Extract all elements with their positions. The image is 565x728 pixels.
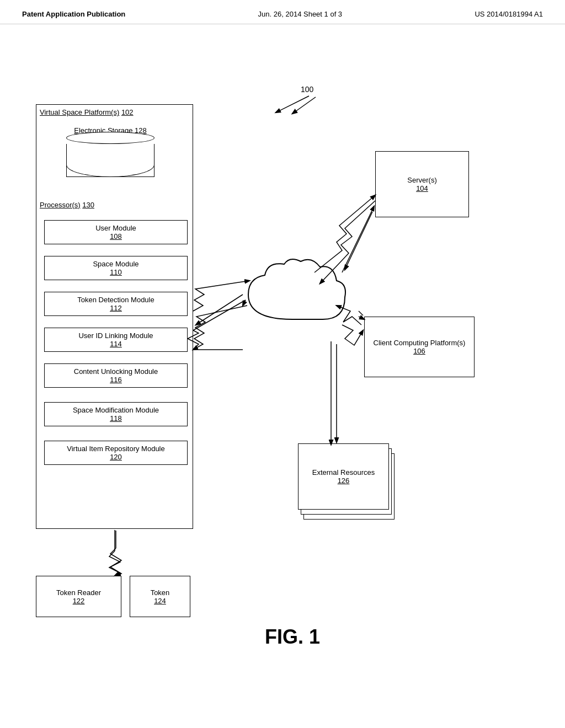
header-left: Patent Application Publication (22, 10, 125, 18)
header-center: Jun. 26, 2014 Sheet 1 of 3 (258, 10, 343, 18)
drum-top (66, 132, 154, 144)
storage-drum (66, 132, 154, 177)
svg-line-4 (345, 212, 372, 270)
svg-line-14 (292, 97, 316, 114)
module-user: User Module 108 (44, 220, 188, 244)
module-virtual-item-repository: Virtual Item Repository Module 120 (44, 441, 188, 465)
token-box: Token 124 (130, 576, 190, 617)
svg-line-6 (359, 317, 364, 319)
vsp-label: Virtual Space Platform(s) 102 (40, 108, 134, 116)
header-right: US 2014/0181994 A1 (475, 10, 543, 18)
ref-100-label: 100 (301, 85, 313, 94)
figure-label: FIG. 1 (265, 625, 320, 649)
module-userid-linking: User ID Linking Module 114 (44, 328, 188, 352)
module-space: Space Module 110 (44, 256, 188, 280)
vsp-ref: 102 (121, 108, 134, 116)
external-resources-box: External Resources 126 (298, 443, 389, 510)
svg-line-10 (196, 295, 243, 325)
processor-label: Processor(s) 130 (40, 201, 94, 209)
client-box: Client Computing Platform(s) 106 (364, 317, 475, 377)
drum-body (66, 144, 154, 177)
external-resources-container: External Resources 126 (298, 443, 395, 523)
server-box: Server(s) 104 (375, 151, 469, 217)
module-content-unlocking: Content Unlocking Module 116 (44, 363, 188, 388)
diagram-area: 100 Virtual Space Platform(s) 102 Electr… (0, 24, 565, 697)
processor-ref: 130 (82, 201, 94, 209)
token-reader-box: Token Reader 122 (36, 576, 121, 617)
page-header: Patent Application Publication Jun. 26, … (0, 0, 565, 24)
cloud-shape (237, 253, 348, 336)
module-space-modification: Space Modification Module 118 (44, 402, 188, 426)
module-token-detection: Token Detection Module 112 (44, 292, 188, 316)
svg-line-5 (359, 311, 363, 315)
svg-line-0 (276, 96, 309, 113)
